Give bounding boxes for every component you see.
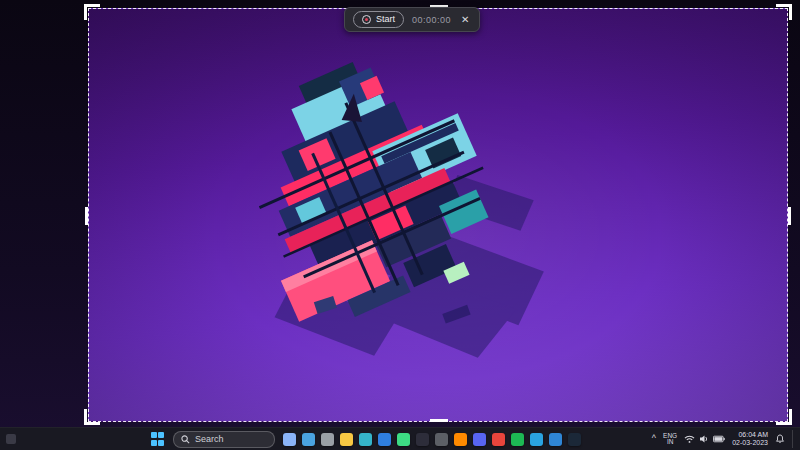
start-button-label: Start [376,15,395,24]
volume-icon [699,434,709,444]
wallpaper-abstract-art [239,53,554,368]
battery-icon [713,435,725,443]
file-explorer-icon[interactable] [340,433,353,446]
start-recording-button[interactable]: Start [353,11,404,28]
widgets-icon[interactable] [302,433,315,446]
screen-recording-toolbar: Start 00:00:00 ✕ [344,7,480,32]
show-desktop-button[interactable] [792,430,796,448]
taskbar-corner-icon[interactable] [6,434,16,444]
quick-settings[interactable] [684,434,725,444]
search-icon [181,435,190,444]
time-label: 06:04 AM [738,431,768,439]
tray-overflow-chevron-icon[interactable]: ^ [652,434,656,443]
record-icon [362,15,371,24]
selection-handle-bottom-right[interactable] [776,409,792,425]
terminal-icon[interactable] [416,433,429,446]
close-icon[interactable]: ✕ [459,15,471,25]
vscode-icon[interactable] [549,433,562,446]
windows-start-button[interactable] [150,431,167,448]
region-label: IN [667,439,674,446]
taskbar-clock[interactable]: 06:04 AM 02-03-2023 [732,431,768,448]
notification-bell-icon[interactable] [775,434,785,444]
desktop-screen: Start 00:00:00 ✕ Search ^ ENG [0,0,800,450]
whatsapp-icon[interactable] [397,433,410,446]
task-view-icon[interactable] [283,433,296,446]
selection-handle-bottom-left[interactable] [84,409,100,425]
obs-studio-icon[interactable] [435,433,448,446]
spotify-icon[interactable] [511,433,524,446]
taskbar-app-icons [283,433,581,446]
selection-handle-right[interactable] [788,207,791,225]
language-switcher[interactable]: ENG IN [663,433,677,446]
chrome-browser-icon[interactable] [492,433,505,446]
steam-icon[interactable] [568,433,581,446]
recording-selection-area[interactable] [88,8,788,422]
discord-icon[interactable] [473,433,486,446]
date-label: 02-03-2023 [732,439,768,447]
settings-gear-icon[interactable] [321,433,334,446]
microsoft-store-icon[interactable] [378,433,391,446]
selection-handle-top-right[interactable] [776,4,792,20]
selection-handle-bottom[interactable] [430,419,448,422]
selection-handle-top-left[interactable] [84,4,100,20]
search-placeholder: Search [195,434,224,444]
recording-timer: 00:00:00 [412,15,451,25]
wifi-icon [684,434,695,444]
vlc-player-icon[interactable] [454,433,467,446]
taskbar: Search ^ ENG IN [0,427,800,450]
telegram-icon[interactable] [530,433,543,446]
taskbar-search-input[interactable]: Search [173,431,275,448]
selection-handle-left[interactable] [85,207,88,225]
edge-browser-icon[interactable] [359,433,372,446]
